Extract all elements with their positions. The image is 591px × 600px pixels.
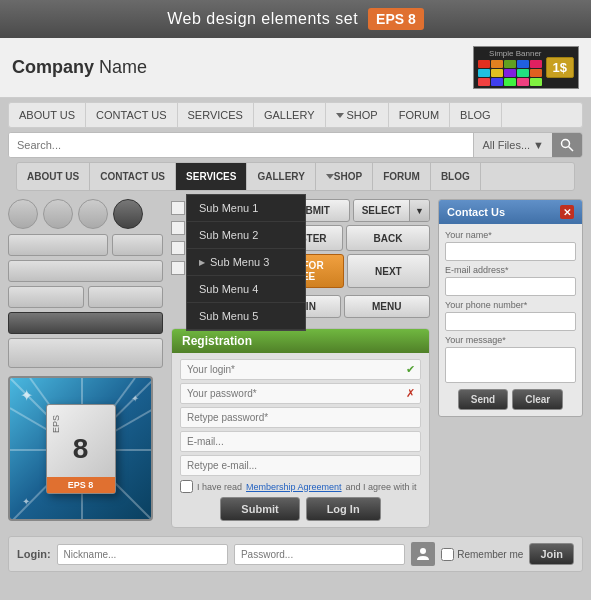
- rect-btn-full-dark[interactable]: [8, 312, 163, 334]
- right-panel: Contact Us ✕ Your name* E-mail address* …: [438, 199, 583, 528]
- product-box-inner: EPS 8 EPS 8: [46, 404, 116, 494]
- nav1-shop[interactable]: SHOP: [326, 103, 389, 127]
- nav1-about-us[interactable]: ABOUT US: [9, 103, 86, 127]
- banner-price[interactable]: 1$: [546, 57, 574, 78]
- rect-btn-small-2[interactable]: [8, 286, 84, 308]
- select-btn-wrapper: SELECT ▼: [353, 199, 430, 222]
- nav2-blog[interactable]: BLOG: [431, 163, 481, 190]
- circle-btn-2[interactable]: [43, 199, 73, 229]
- reg-password-row: ✗: [180, 383, 421, 404]
- back-btn[interactable]: BACK: [346, 225, 430, 251]
- footer-join-btn[interactable]: Join: [529, 543, 574, 565]
- footer-password-input[interactable]: [234, 544, 405, 565]
- reg-login-btn[interactable]: Log In: [306, 497, 381, 521]
- reg-login-icon: ✔: [401, 363, 420, 376]
- checkbox-1[interactable]: [171, 201, 185, 215]
- svg-point-14: [420, 548, 426, 554]
- contact-name-label: Your name*: [445, 230, 576, 240]
- header: Company Name Simple Banner: [0, 38, 591, 98]
- footer-remember-checkbox[interactable]: [441, 548, 454, 561]
- rect-btn-small-3[interactable]: [88, 286, 164, 308]
- reg-agree-checkbox[interactable]: [180, 480, 193, 493]
- contact-phone-input[interactable]: [445, 312, 576, 331]
- star-3: ✦: [131, 393, 139, 404]
- checkbox-2[interactable]: [171, 221, 185, 235]
- nav-bar-2-wrapper: ABOUT US CONTACT US SERVICES GALLERY SHO…: [8, 162, 583, 191]
- rect-btn-full-1[interactable]: [8, 260, 163, 282]
- reg-submit-btn[interactable]: Submit: [220, 497, 299, 521]
- reg-email-input[interactable]: [181, 432, 420, 451]
- contact-name-input[interactable]: [445, 242, 576, 261]
- nav2-shop[interactable]: SHOP: [316, 163, 373, 190]
- rect-btn-row-2: [8, 286, 163, 308]
- contact-send-btn[interactable]: Send: [458, 389, 508, 410]
- reg-retype-email-input[interactable]: [181, 456, 420, 475]
- title-text: Web design elements set: [167, 10, 358, 28]
- submenu-2[interactable]: Sub Menu 2: [187, 222, 305, 249]
- search-dropdown[interactable]: All Files... ▼: [473, 133, 552, 157]
- nav1-services[interactable]: SERVICES: [178, 103, 254, 127]
- banner-colors: [478, 60, 542, 86]
- footer-remember-wrapper: Remember me: [441, 548, 523, 561]
- reg-form-body: ✔ ✗ I have read Membershi: [172, 353, 429, 527]
- search-icon: [560, 138, 574, 152]
- left-panel: EPS 8 EPS 8 ✦ ✦ ✦: [8, 199, 163, 528]
- nav2-contact-us[interactable]: CONTACT US: [90, 163, 176, 190]
- box-eps-label: EPS: [51, 415, 61, 433]
- rect-btn-row-1: [8, 234, 163, 256]
- contact-clear-btn[interactable]: Clear: [512, 389, 563, 410]
- reg-password-input[interactable]: [181, 384, 401, 403]
- nav1-gallery[interactable]: GALLERY: [254, 103, 326, 127]
- search-button[interactable]: [552, 133, 582, 157]
- nav2-forum[interactable]: FORUM: [373, 163, 431, 190]
- rect-btn-small-1[interactable]: [112, 234, 163, 256]
- rect-btn-wide-1[interactable]: [8, 234, 108, 256]
- footer-remember-label: Remember me: [457, 549, 523, 560]
- circle-btn-1[interactable]: [8, 199, 38, 229]
- nav2-about-us[interactable]: ABOUT US: [17, 163, 90, 190]
- contact-phone-label: Your phone number*: [445, 300, 576, 310]
- product-box: EPS 8 EPS 8 ✦ ✦ ✦: [8, 376, 153, 521]
- box-bottom-label: EPS 8: [47, 477, 115, 493]
- contact-email-label: E-mail address*: [445, 265, 576, 275]
- next-btn[interactable]: NEXT: [347, 254, 430, 288]
- reg-retype-row: [180, 407, 421, 428]
- submenu-1[interactable]: Sub Menu 1: [187, 195, 305, 222]
- footer-avatar-icon: [411, 542, 435, 566]
- reg-retype-input[interactable]: [181, 408, 420, 427]
- contact-close-btn[interactable]: ✕: [560, 205, 574, 219]
- contact-email-input[interactable]: [445, 277, 576, 296]
- select-btn-arrow[interactable]: ▼: [409, 200, 429, 221]
- nav2-gallery[interactable]: GALLERY: [247, 163, 315, 190]
- nav1-blog[interactable]: BLOG: [450, 103, 502, 127]
- circle-btn-4[interactable]: [113, 199, 143, 229]
- checkbox-4[interactable]: [171, 261, 185, 275]
- reg-retype-email-row: [180, 455, 421, 476]
- menu-btn[interactable]: MENU: [344, 295, 431, 318]
- submenu-3[interactable]: Sub Menu 3: [187, 249, 305, 276]
- nav2-services[interactable]: SERVICES: [176, 163, 247, 190]
- reg-agree-row: I have read Membership Agreement and I a…: [180, 480, 421, 493]
- submenu-5[interactable]: Sub Menu 5: [187, 303, 305, 330]
- company-name: Company Name: [12, 57, 147, 78]
- nav2-shop-icon: [326, 174, 334, 179]
- reg-login-row: ✔: [180, 359, 421, 380]
- reg-login-input[interactable]: [181, 360, 401, 379]
- person-icon: [415, 546, 431, 562]
- reg-agree-link[interactable]: Membership Agreement: [246, 482, 342, 492]
- contact-message-input[interactable]: [445, 347, 576, 383]
- footer-nickname-input[interactable]: [57, 544, 228, 565]
- search-input[interactable]: [9, 133, 473, 157]
- search-bar: All Files... ▼: [8, 132, 583, 158]
- select-btn-main[interactable]: SELECT: [354, 200, 409, 221]
- submenu-4[interactable]: Sub Menu 4: [187, 276, 305, 303]
- checkbox-3[interactable]: [171, 241, 185, 255]
- rect-btn-full-2[interactable]: [8, 338, 163, 368]
- svg-point-0: [562, 140, 570, 148]
- nav1-forum[interactable]: FORUM: [389, 103, 450, 127]
- circle-btn-3[interactable]: [78, 199, 108, 229]
- contact-body: Your name* E-mail address* Your phone nu…: [439, 224, 582, 416]
- services-dropdown: Sub Menu 1 Sub Menu 2 Sub Menu 3 Sub Men…: [186, 194, 306, 331]
- nav1-contact-us[interactable]: CONTACT US: [86, 103, 178, 127]
- reg-password-icon: ✗: [401, 387, 420, 400]
